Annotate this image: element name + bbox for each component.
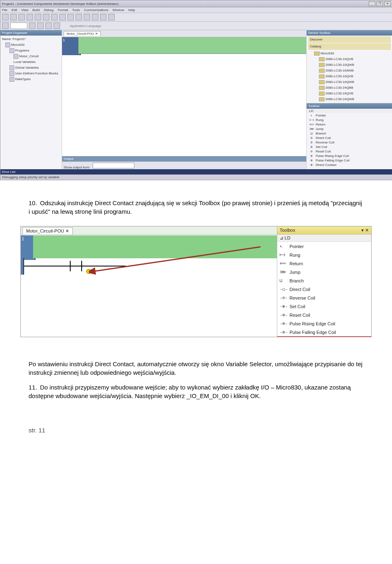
toolbar-icon[interactable] — [92, 14, 98, 20]
error-list-button[interactable]: Error List — [2, 170, 15, 174]
toolbar-icon[interactable] — [2, 14, 9, 20]
toolbox-item[interactable]: ⊕Pulse Rising Edge Coil — [307, 154, 392, 158]
toolbox-item[interactable]: -⊚-Reset Coil — [277, 311, 371, 319]
toolbox-item[interactable]: ⊔Branch — [277, 276, 371, 285]
toolbox-item[interactable]: ⊕Pulse Falling Edge Coil — [307, 158, 392, 163]
toolbar-icon[interactable] — [84, 14, 90, 20]
close-tab-icon[interactable]: ✕ — [95, 32, 98, 36]
catalog-item[interactable]: 2080-LC30-24QWB — [308, 96, 391, 102]
toolbox-group[interactable]: LD — [307, 109, 392, 113]
catalog-item[interactable]: 2080-LC30-24QBB — [308, 85, 391, 91]
toolbox-item[interactable]: -⊘-Reverse Coil — [277, 293, 371, 302]
tool-icon: ↖ — [280, 244, 290, 249]
toolbar-icon[interactable] — [35, 14, 41, 20]
font-dropdown[interactable] — [10, 22, 27, 29]
catalog-item[interactable]: 2080-LC30-24QVB — [308, 91, 391, 96]
device-toolbox-title: Device Toolbox — [307, 30, 392, 36]
menu-build[interactable]: Build — [33, 8, 40, 12]
menu-window[interactable]: Window — [113, 8, 124, 12]
menu-file[interactable]: File — [2, 8, 7, 12]
menu-tools[interactable]: Tools — [72, 8, 80, 12]
toolbox-item-direct-contact[interactable]: -||-Direct Contact — [277, 336, 371, 337]
toolbox-group-ld[interactable]: ⊿ LD — [277, 235, 371, 242]
bold-icon[interactable] — [29, 22, 36, 29]
toolbox-item[interactable]: ⋙Jump — [277, 268, 371, 276]
toolbar-icon[interactable] — [18, 14, 25, 20]
color-icon[interactable] — [53, 22, 60, 29]
tool-label: Rung — [316, 118, 323, 122]
tool-icon: ⟸ — [309, 123, 314, 126]
tree-global-vars[interactable]: Global Variables — [2, 65, 60, 71]
tree-motor-circuit[interactable]: Motor_Circuit — [2, 54, 60, 59]
device-toolbox-body: Discover Catalog Micro830 2080-LC30-10QV… — [307, 36, 392, 103]
toolbar-icon[interactable] — [59, 14, 66, 20]
close-button[interactable]: ✕ — [384, 1, 391, 6]
toolbar-icon[interactable] — [108, 14, 115, 20]
output-dropdown[interactable] — [93, 163, 134, 168]
toolbar-icon[interactable] — [2, 22, 9, 29]
direct-contact-element[interactable] — [70, 261, 82, 271]
italic-icon[interactable] — [37, 22, 44, 29]
underline-icon[interactable] — [45, 22, 52, 29]
toolbar-icon[interactable] — [27, 14, 33, 20]
discover-section[interactable]: Discover — [308, 36, 391, 43]
tree-datatypes[interactable]: DataTypes — [2, 76, 60, 82]
menu-edit[interactable]: Edit — [11, 8, 17, 12]
catalog-item[interactable]: 2080-LC30-16QWB — [308, 79, 391, 85]
toolbox-item[interactable]: -⊕-Pulse Falling Edge Coil — [277, 328, 371, 336]
catalog-item[interactable]: 2080-LC30-10QWB — [308, 62, 391, 68]
toolbox-item[interactable]: ⊖Direct Coil — [307, 136, 392, 140]
menu-communications[interactable]: Communications — [84, 8, 109, 12]
close-tab-icon[interactable]: ✕ — [65, 228, 69, 233]
catalog-item[interactable]: 2080-LC30-10QVB — [308, 56, 391, 62]
tree-micro830[interactable]: Micro830 — [2, 42, 60, 48]
tree-local-vars[interactable]: Local Variables — [2, 59, 60, 65]
app-language-dropdown[interactable]: Application Language — [70, 24, 101, 28]
toolbox-item[interactable]: ↖Pointer — [307, 113, 392, 118]
menu-help[interactable]: Help — [128, 8, 135, 12]
toolbox-item[interactable]: ⟸Return — [307, 122, 392, 127]
toolbar-icon[interactable] — [10, 14, 17, 20]
tool-label: Pointer — [316, 114, 326, 117]
toolbox-item[interactable]: ⊢⊣Rung — [277, 251, 371, 259]
toolbox-item[interactable]: -⊕-Pulse Rising Edge Coil — [277, 319, 371, 328]
catalog-item[interactable]: 2080-LC30-16AWB — [308, 68, 391, 74]
minimize-button[interactable]: _ — [369, 1, 375, 6]
catalog-folder[interactable]: Micro830 — [308, 51, 391, 56]
ladder-editor[interactable]: 1 — [62, 37, 306, 156]
editor-tab[interactable]: Motor_Circuit-POU ✕ — [22, 227, 73, 235]
rung[interactable] — [78, 37, 306, 54]
toolbox-item[interactable]: ⊔Branch — [307, 131, 392, 136]
toolbar-icon[interactable] — [43, 14, 49, 20]
toolbox-title: Toolbox — [307, 103, 392, 109]
rung[interactable] — [33, 235, 277, 258]
tool-icon: -⊕- — [280, 321, 290, 326]
toolbox-item[interactable]: ⊘Reverse Coil — [307, 140, 392, 145]
tool-icon: -⊘- — [280, 295, 290, 300]
pin-close-icons[interactable]: ▾ ✕ — [361, 228, 369, 233]
toolbox-item[interactable]: -⊛-Set Coil — [277, 302, 371, 311]
toolbox-item[interactable]: ↖Pointer — [277, 242, 371, 251]
toolbox-item[interactable]: ⊕Set Coil — [307, 145, 392, 149]
editor-tab[interactable]: Motor_Circuit-POU ✕ — [64, 31, 101, 36]
tool-icon: ⋙ — [280, 269, 290, 275]
toolbox-item[interactable]: ⟸Return — [277, 259, 371, 268]
menu-debug[interactable]: Debug — [44, 8, 54, 12]
tree-programs[interactable]: Programs — [2, 48, 60, 54]
toolbox-item[interactable]: ⋙Jump — [307, 127, 392, 131]
menu-view[interactable]: View — [21, 8, 28, 12]
catalog-section[interactable]: Catalog — [308, 43, 391, 50]
toolbar-icon[interactable] — [67, 14, 74, 20]
toolbox-item[interactable]: ⊢⊣Rung — [307, 118, 392, 122]
toolbar-icon[interactable] — [51, 14, 58, 20]
toolbar-icon[interactable] — [100, 14, 107, 20]
toolbox-item[interactable]: ⊣⊢Direct Contact — [307, 163, 392, 167]
menu-format[interactable]: Format — [58, 8, 68, 12]
toolbox-item[interactable]: ⊖Reset Coil — [307, 149, 392, 154]
toolbar-icon[interactable] — [76, 14, 82, 20]
toolbox-item[interactable]: -○-Direct Coil — [277, 285, 371, 293]
catalog-item[interactable]: 2080-LC30-16QVB — [308, 74, 391, 79]
tree-udfb[interactable]: User-Defined Function Blocks — [2, 71, 60, 76]
tool-icon: ⊕ — [309, 145, 314, 149]
maximize-button[interactable]: ❐ — [376, 1, 383, 6]
